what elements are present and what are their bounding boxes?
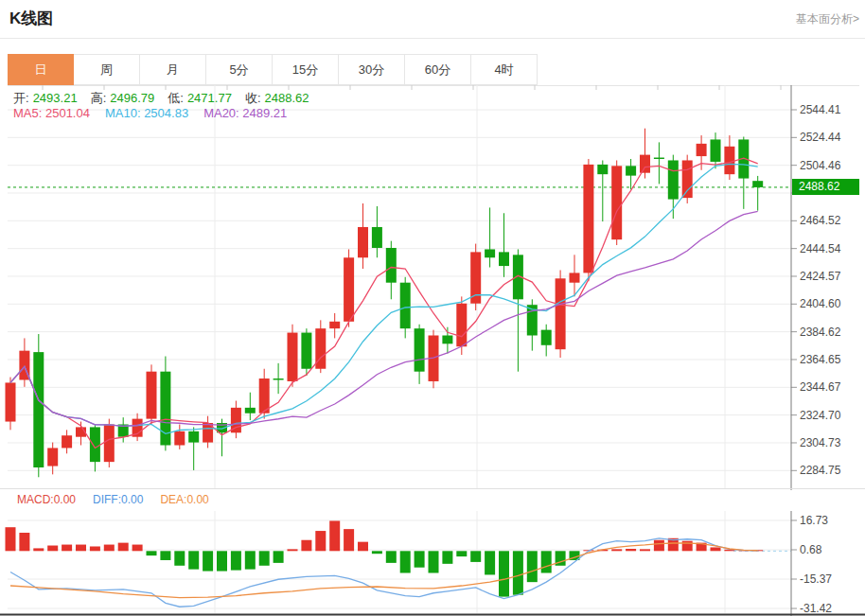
svg-text:2544.41: 2544.41: [800, 103, 841, 116]
tab-日[interactable]: 日: [8, 54, 74, 85]
svg-text:2364.65: 2364.65: [800, 353, 841, 366]
svg-text:2404.60: 2404.60: [800, 297, 841, 310]
tab-周[interactable]: 周: [74, 54, 140, 85]
svg-text:2344.67: 2344.67: [800, 380, 841, 394]
svg-text:2324.70: 2324.70: [800, 409, 841, 422]
macd-value: MACD:0.00: [17, 493, 76, 506]
macd-legend: MACD:0.00DIFF:0.00DEA:0.00: [17, 493, 226, 506]
svg-text:2504.46: 2504.46: [800, 159, 841, 172]
svg-text:2284.75: 2284.75: [800, 464, 841, 477]
diff-value: DIFF:0.00: [93, 493, 143, 506]
panel-divider: [0, 488, 865, 489]
price-badge: 2488.62: [792, 179, 859, 195]
macd-chart[interactable]: 16.730.68-15.37-31.42: [0, 511, 865, 616]
svg-text:2464.52: 2464.52: [800, 214, 841, 227]
svg-text:0.68: 0.68: [800, 543, 822, 556]
dea-value: DEA:0.00: [160, 493, 208, 506]
candlestick-chart[interactable]: 2544.412524.442504.462464.522444.542424.…: [0, 85, 865, 490]
tab-bar: 日周月5分15分30分60分4时: [8, 54, 859, 86]
svg-text:2384.62: 2384.62: [800, 326, 841, 339]
tab-60分[interactable]: 60分: [405, 54, 471, 85]
tab-30分[interactable]: 30分: [339, 54, 405, 85]
svg-text:2424.57: 2424.57: [800, 270, 841, 283]
svg-text:-15.37: -15.37: [800, 572, 832, 586]
tab-4时[interactable]: 4时: [471, 54, 538, 85]
header-divider: [0, 38, 865, 39]
svg-text:2524.44: 2524.44: [800, 131, 841, 144]
fundamental-analysis-link[interactable]: 基本面分析>: [796, 11, 859, 27]
page-title: K线图: [9, 8, 53, 29]
kline-page: K线图 基本面分析> 日周月5分15分30分60分4时 2544.412524.…: [0, 0, 865, 616]
tab-5分[interactable]: 5分: [206, 54, 273, 85]
svg-text:16.73: 16.73: [800, 514, 828, 527]
tab-月[interactable]: 月: [140, 54, 206, 85]
svg-text:2444.54: 2444.54: [800, 242, 841, 255]
tab-15分[interactable]: 15分: [273, 54, 339, 85]
svg-text:-31.42: -31.42: [800, 602, 832, 615]
svg-text:2304.73: 2304.73: [800, 436, 841, 449]
